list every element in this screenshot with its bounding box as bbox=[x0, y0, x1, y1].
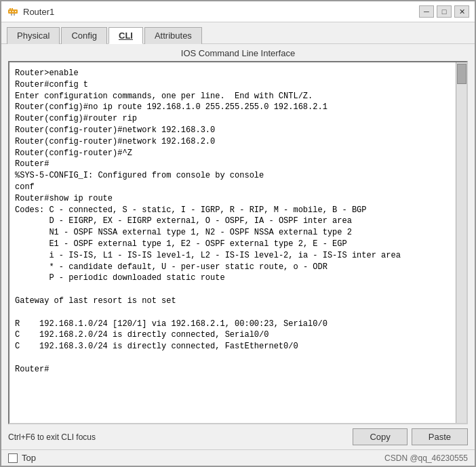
title-bar-left: Router1 bbox=[7, 5, 54, 18]
minimize-button[interactable]: ─ bbox=[419, 5, 434, 18]
tab-physical[interactable]: Physical bbox=[7, 27, 60, 44]
svg-point-3 bbox=[9, 11, 11, 12]
svg-point-4 bbox=[12, 11, 14, 12]
bottom-bar: Ctrl+F6 to exit CLI focus Copy Paste bbox=[1, 424, 475, 449]
footer-bar: Top CSDN @qq_46230555 bbox=[1, 449, 475, 466]
terminal-wrapper: Router>enable Router#config t Enter conf… bbox=[8, 61, 468, 424]
svg-rect-7 bbox=[14, 14, 15, 16]
maximize-button[interactable]: □ bbox=[437, 5, 452, 18]
window-title: Router1 bbox=[23, 7, 54, 17]
top-checkbox[interactable] bbox=[8, 453, 18, 463]
scrollbar[interactable] bbox=[456, 62, 467, 423]
svg-point-5 bbox=[15, 11, 16, 12]
tab-config[interactable]: Config bbox=[61, 27, 107, 44]
tab-attributes[interactable]: Attributes bbox=[144, 27, 202, 44]
terminal-output[interactable]: Router>enable Router#config t Enter conf… bbox=[9, 62, 456, 423]
title-bar: Router1 ─ □ ✕ bbox=[1, 1, 475, 22]
watermark: CSDN @qq_46230555 bbox=[384, 453, 468, 463]
main-content: Router>enable Router#config t Enter conf… bbox=[1, 61, 475, 424]
top-label: Top bbox=[22, 453, 36, 463]
tab-bar: Physical Config CLI Attributes bbox=[1, 22, 475, 44]
cli-hint: Ctrl+F6 to exit CLI focus bbox=[8, 432, 96, 442]
copy-button[interactable]: Copy bbox=[353, 428, 407, 445]
section-title: IOS Command Line Interface bbox=[1, 44, 475, 61]
tab-cli[interactable]: CLI bbox=[108, 27, 143, 44]
router-icon bbox=[7, 5, 19, 18]
scrollbar-thumb[interactable] bbox=[457, 64, 467, 84]
footer-left: Top bbox=[8, 453, 36, 463]
svg-rect-1 bbox=[9, 8, 11, 9]
main-window: Router1 ─ □ ✕ Physical Config CLI Attrib… bbox=[0, 0, 476, 467]
close-button[interactable]: ✕ bbox=[454, 5, 469, 18]
action-buttons: Copy Paste bbox=[353, 428, 468, 445]
svg-rect-6 bbox=[11, 14, 12, 16]
svg-rect-2 bbox=[12, 8, 13, 9]
paste-button[interactable]: Paste bbox=[412, 428, 468, 445]
title-controls: ─ □ ✕ bbox=[419, 5, 469, 18]
